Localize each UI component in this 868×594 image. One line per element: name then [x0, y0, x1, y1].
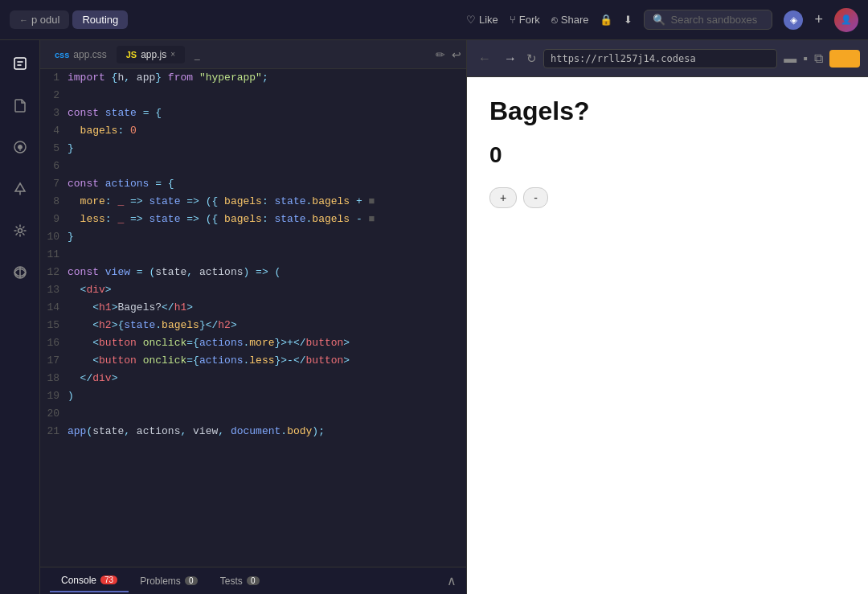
- preview-panel: ← → ↻ ▬ ▪ ⧉ Bagels? 0 + -: [466, 40, 868, 594]
- code-line-16: 16 <button onclick={actions.more}>+</but…: [40, 334, 466, 352]
- preview-icons: ▬ ▪ ⧉: [784, 50, 860, 68]
- like-button[interactable]: ♡ Like: [466, 14, 498, 26]
- file-tab-appcss[interactable]: css app.css: [45, 46, 117, 63]
- search-icon: 🔍: [653, 14, 665, 26]
- sidebar-item-settings[interactable]: [6, 217, 34, 244]
- js-icon: JS: [126, 50, 137, 59]
- preview-content: Bagels? 0 + -: [467, 77, 868, 594]
- svg-point-2: [18, 229, 22, 233]
- console-tab[interactable]: Console 73: [50, 570, 129, 592]
- topbar-tab-1[interactable]: ← p odul: [10, 10, 69, 29]
- code-line-18: 18 </div>: [40, 370, 466, 387]
- sidebar-item-github[interactable]: [6, 133, 34, 161]
- share-button[interactable]: ⎋ Share: [551, 14, 589, 26]
- css-icon: css: [55, 50, 69, 59]
- new-sandbox-button[interactable]: +: [814, 11, 823, 28]
- share-icon: ⎋: [551, 14, 558, 26]
- file-tab-appjs[interactable]: JS app.js ×: [117, 46, 185, 63]
- code-line-3: 3 const state = {: [40, 104, 466, 122]
- lock-icon: 🔒: [600, 14, 612, 26]
- tab-close[interactable]: ×: [170, 50, 175, 59]
- sidebar-item-deploy[interactable]: [6, 175, 34, 203]
- topbar: ← p odul Routing ♡ Like ⑂ Fork ⎋ Share 🔒…: [0, 0, 868, 40]
- forward-button[interactable]: →: [501, 50, 520, 68]
- code-line-4: 4 bagels: 0: [40, 122, 466, 140]
- code-editor[interactable]: 1 import {h, app} from "hyperapp"; 2 3 c…: [40, 69, 466, 567]
- file-tabs: css app.css JS app.js × _ ✏ ↩: [40, 40, 466, 69]
- code-line-19: 19 ): [40, 387, 466, 405]
- code-line-7: 7 const actions = {: [40, 175, 466, 193]
- tablet-icon[interactable]: ▪: [803, 51, 808, 66]
- tests-tab[interactable]: Tests 0: [209, 571, 271, 592]
- bottom-chevron[interactable]: ∧: [447, 573, 457, 588]
- code-line-11: 11: [40, 246, 466, 264]
- console-badge: 73: [100, 576, 117, 584]
- open-icon[interactable]: ⧉: [814, 51, 823, 66]
- sidebar-item-file[interactable]: [6, 92, 34, 119]
- download-icon: ⬇: [624, 14, 633, 26]
- file-tab-actions: ✏ ↩: [436, 48, 461, 61]
- topbar-actions: ♡ Like ⑂ Fork ⎋ Share 🔒 ⬇ 🔍 Search sandb…: [466, 8, 858, 32]
- svg-rect-0: [14, 58, 26, 69]
- edit-icon[interactable]: ✏: [436, 48, 445, 61]
- code-line-6: 6: [40, 158, 466, 175]
- problems-tab[interactable]: Problems 0: [129, 571, 209, 592]
- preview-bar: ← → ↻ ▬ ▪ ⧉: [467, 40, 868, 77]
- avatar[interactable]: 👤: [834, 8, 858, 32]
- content-area: css app.css JS app.js × _ ✏ ↩: [40, 40, 868, 594]
- codesandbox-icon[interactable]: ◈: [784, 10, 803, 30]
- code-line-21: 21 app(state, actions, view, document.bo…: [40, 423, 466, 440]
- code-line-9: 9 less: _ => state => ({ bagels: state.b…: [40, 211, 466, 228]
- preview-orange-button[interactable]: [829, 50, 860, 68]
- code-line-5: 5 }: [40, 140, 466, 158]
- sidebar-item-network[interactable]: [6, 259, 34, 286]
- wrap-icon[interactable]: ↩: [452, 48, 461, 61]
- url-bar[interactable]: [543, 49, 777, 68]
- back-button[interactable]: ←: [475, 50, 494, 68]
- code-line-17: 17 <button onclick={actions.less}>-</but…: [40, 352, 466, 370]
- code-line-13: 13 <div>: [40, 281, 466, 299]
- tests-badge: 0: [247, 576, 260, 585]
- search-box[interactable]: 🔍 Search sandboxes: [644, 10, 772, 30]
- file-tab-extra[interactable]: _: [185, 46, 210, 63]
- sidebar: [0, 40, 40, 594]
- code-line-20: 20: [40, 405, 466, 423]
- preview-value: 0: [489, 142, 845, 168]
- problems-badge: 0: [185, 576, 198, 585]
- preview-buttons: + -: [489, 187, 845, 208]
- topbar-tabs: ← p odul Routing: [10, 10, 128, 29]
- preview-minus-button[interactable]: -: [523, 187, 548, 208]
- fork-button[interactable]: ⑂ Fork: [510, 14, 540, 26]
- editor-container: css app.css JS app.js × _ ✏ ↩: [40, 40, 466, 594]
- code-line-12: 12 const view = (state, actions) => (: [40, 264, 466, 281]
- fork-icon: ⑂: [510, 14, 516, 26]
- sidebar-item-files[interactable]: [6, 50, 34, 77]
- save-button[interactable]: 🔒: [600, 14, 612, 26]
- bottom-tabs: Console 73 Problems 0 Tests 0 ∧: [40, 567, 466, 594]
- main-layout: css app.css JS app.js × _ ✏ ↩: [0, 40, 868, 594]
- download-button[interactable]: ⬇: [624, 14, 633, 26]
- code-line-14: 14 <h1>Bagels?</h1>: [40, 299, 466, 317]
- code-line-15: 15 <h2>{state.bagels}</h2>: [40, 317, 466, 334]
- desktop-icon[interactable]: ▬: [784, 51, 796, 66]
- code-line-8: 8 more: _ => state => ({ bagels: state.b…: [40, 193, 466, 211]
- like-icon: ♡: [466, 14, 476, 26]
- preview-heading: Bagels?: [489, 96, 845, 126]
- code-line-2: 2: [40, 87, 466, 104]
- topbar-tab-2[interactable]: Routing: [72, 10, 128, 29]
- preview-plus-button[interactable]: +: [489, 187, 517, 208]
- code-line-1: 1 import {h, app} from "hyperapp";: [40, 69, 466, 87]
- refresh-button[interactable]: ↻: [526, 51, 537, 66]
- code-line-10: 10 }: [40, 228, 466, 246]
